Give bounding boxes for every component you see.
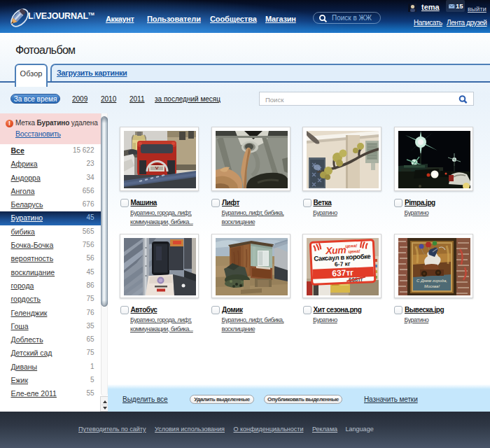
svg-text:Москва!: Москва! [424,284,440,288]
svg-text:6-7 кг: 6-7 кг [335,260,351,267]
svg-text:С Днем города,: С Днем города, [416,279,447,283]
